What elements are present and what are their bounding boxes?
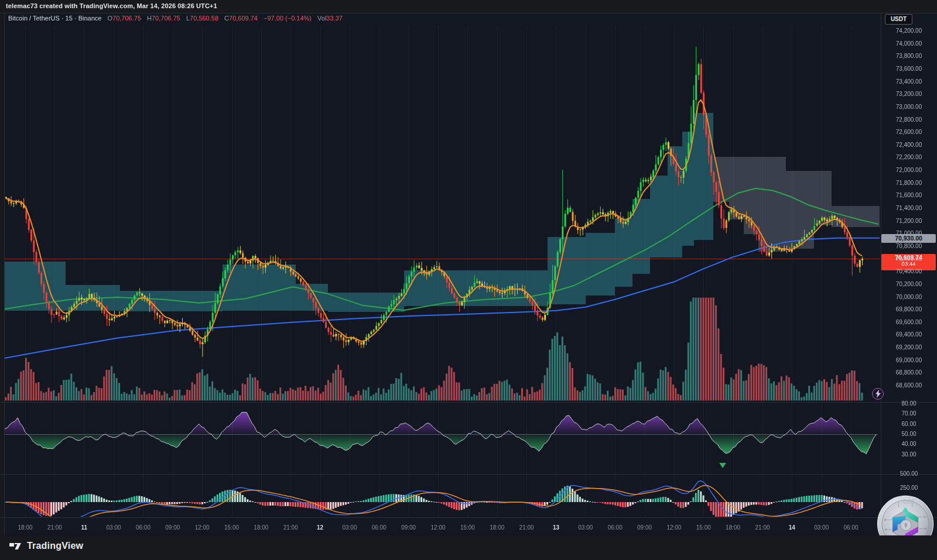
time-axis-label: 18:00 (18, 524, 32, 531)
macd-axis-label: 250.00 (882, 485, 936, 492)
price-axis-label: 73,600.00 (882, 66, 936, 73)
time-axis-label: 09:00 (165, 524, 180, 531)
price-axis-label: 69,000.00 (882, 357, 936, 364)
price-axis-label: 72,400.00 (882, 142, 936, 149)
rsi-axis-label: 30.00 (882, 451, 936, 458)
time-axis-label: 18:00 (254, 524, 268, 531)
close-label: C (224, 15, 229, 22)
time-axis-label: 03:00 (342, 524, 357, 531)
price-axis-label: 72,600.00 (882, 129, 936, 136)
tradingview-logo-icon (9, 540, 22, 552)
time-axis-label: 03:00 (578, 524, 593, 531)
time-axis-label: 15:00 (460, 524, 475, 531)
time-axis-label: 06:00 (608, 524, 623, 531)
time-axis-label: 13 (553, 524, 559, 531)
price-axis-label: 70,200.00 (882, 281, 936, 288)
volume-value: 33.37 (326, 15, 343, 22)
low-value: 70,560.58 (190, 15, 218, 22)
price-axis-label: 68,800.00 (882, 369, 936, 376)
footer-bar: TradingView (0, 535, 937, 560)
rsi-axis-label: 80.00 (882, 400, 936, 407)
macd-axis-label: 0.00 (882, 499, 936, 506)
high-label: H (147, 15, 152, 22)
time-axis-label: 12:00 (431, 524, 446, 531)
price-axis-label: 71,600.00 (882, 192, 936, 199)
time-axis[interactable]: 18:0021:001103:0006:0009:0012:0015:0018:… (0, 524, 880, 535)
time-axis-label: 18:00 (490, 524, 504, 531)
price-chart-canvas[interactable] (0, 0, 937, 560)
open-value: 70,706.75 (112, 15, 141, 22)
high-value: 70,706.75 (152, 15, 180, 22)
rsi-axis-label: 70.00 (882, 410, 936, 417)
price-axis-label: 71,000.00 (882, 230, 936, 237)
macd-axis-label: 500.00 (882, 470, 936, 477)
time-axis-label: 21:00 (519, 524, 534, 531)
time-axis-label: 03:00 (107, 524, 121, 531)
rsi-signal-arrow-icon (719, 463, 726, 468)
price-axis-label: 69,600.00 (882, 319, 936, 326)
price-axis-label: 72,800.00 (882, 116, 936, 123)
price-axis-label: 70,600.00 (882, 256, 936, 263)
time-axis-label: 06:00 (372, 524, 387, 531)
time-axis-label: 15:00 (696, 524, 711, 531)
price-axis-label: 70,000.00 (882, 294, 936, 301)
price-axis-label: 73,000.00 (882, 104, 936, 111)
time-axis-label: 09:00 (637, 524, 652, 531)
lightning-bolt-icon (874, 390, 882, 398)
time-axis-label: 21:00 (755, 524, 770, 531)
price-axis-label: 74,200.00 (882, 28, 936, 35)
time-axis-label: 12 (317, 524, 323, 531)
price-axis-label: 68,600.00 (882, 382, 936, 389)
symbol-title[interactable]: Bitcoin / TetherUS · 15 · Binance (8, 15, 101, 22)
price-axis-label: 71,200.00 (882, 218, 936, 225)
price-axis-label: 70,800.00 (882, 243, 936, 250)
price-axis-label: 69,800.00 (882, 306, 936, 313)
flash-icon[interactable] (872, 388, 884, 400)
symbol-legend: Bitcoin / TetherUS · 15 · Binance O70,70… (8, 15, 343, 22)
open-label: O (107, 15, 112, 22)
time-axis-label: 21:00 (283, 524, 298, 531)
time-axis-label: 21:00 (47, 524, 62, 531)
rsi-axis-label: 50.00 (882, 431, 936, 438)
time-axis-label: 12:00 (666, 524, 681, 531)
time-axis-label: 14 (789, 524, 795, 531)
time-axis-label: 18:00 (726, 524, 740, 531)
close-value: 70,609.74 (229, 15, 258, 22)
price-axis-label: 73,200.00 (882, 91, 936, 98)
price-axis-label: 69,400.00 (882, 331, 936, 338)
price-axis-label: 71,800.00 (882, 180, 936, 187)
time-axis-label: 06:00 (844, 524, 859, 531)
time-axis-label: 11 (81, 524, 87, 531)
tradingview-brand-text: TradingView (27, 541, 83, 551)
price-axis-label: 74,000.00 (882, 40, 936, 47)
price-axis-label: 71,400.00 (882, 205, 936, 212)
price-axis-label: 72,000.00 (882, 167, 936, 174)
time-axis-label: 06:00 (136, 524, 151, 531)
change-value: −97.00 (−0.14%) (264, 15, 312, 22)
time-axis-label: 15:00 (224, 524, 239, 531)
time-axis-label: 12:00 (195, 524, 210, 531)
volume-label: Vol (317, 15, 326, 22)
watermark-attribution: telemac73 created with TradingView.com, … (6, 2, 217, 9)
rsi-axis-label: 40.00 (882, 441, 936, 448)
rsi-axis-label: 60.00 (882, 421, 936, 428)
tradingview-chart-app: telemac73 created with TradingView.com, … (0, 0, 937, 560)
time-axis-label: 09:00 (401, 524, 416, 531)
tradingview-brand-link[interactable]: TradingView (9, 540, 83, 552)
time-axis-label: 03:00 (814, 524, 829, 531)
price-axis-label: 73,400.00 (882, 78, 936, 85)
price-axis-label: 72,200.00 (882, 154, 936, 161)
price-axis-label: 69,200.00 (882, 344, 936, 351)
price-axis-label: 73,800.00 (882, 53, 936, 60)
price-axis-label: 70,400.00 (882, 268, 936, 275)
